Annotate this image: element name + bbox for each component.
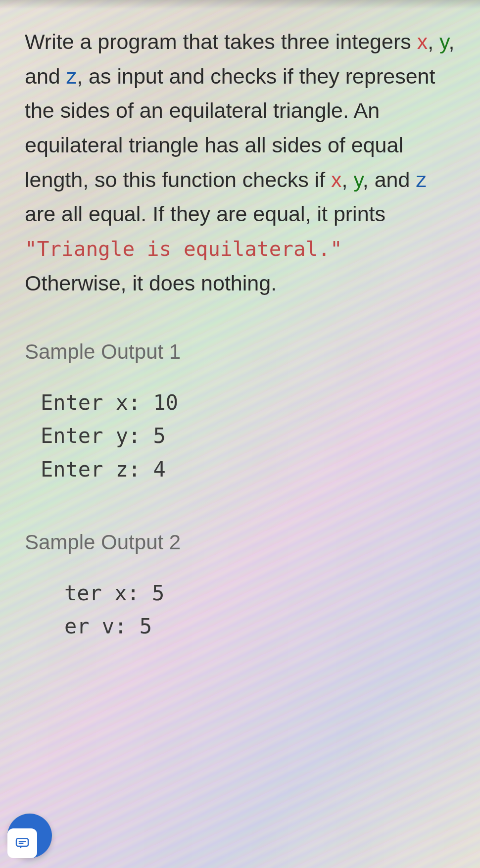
sample-line: Enter y: 5 (41, 419, 458, 452)
sample-line: Enter z: 4 (41, 453, 458, 486)
variable-x: x (417, 30, 428, 53)
question-text: Write a program that takes three integer… (25, 25, 458, 300)
variable-y: y (439, 30, 448, 53)
chat-icon (15, 837, 30, 849)
sample-output-2-heading: Sample Output 2 (25, 530, 458, 554)
variable-x: x (331, 168, 342, 192)
chat-fab-button[interactable] (7, 814, 52, 858)
question-part1: Write a program that takes three integer… (25, 30, 417, 53)
sample-line: ter x: 5 (64, 577, 458, 610)
comma: , (342, 168, 354, 192)
chat-icon-container (7, 828, 37, 858)
sample-output-2-block: ter x: 5 er v: 5 (64, 577, 458, 643)
variable-z: z (66, 64, 77, 88)
sample-line: er v: 5 (64, 610, 458, 643)
variable-z: z (416, 168, 427, 192)
code-string: "Triangle is equilateral." (25, 237, 342, 261)
question-part3: are all equal. If they are equal, it pri… (25, 202, 385, 226)
svg-rect-0 (16, 838, 28, 846)
sample-output-1-block: Enter x: 10 Enter y: 5 Enter z: 4 (41, 386, 458, 486)
variable-y: y (353, 168, 362, 192)
sample-line: Enter x: 10 (41, 386, 458, 419)
question-part4: Otherwise, it does nothing. (25, 271, 277, 295)
comma: , and (363, 168, 416, 192)
sample-output-1-heading: Sample Output 1 (25, 340, 458, 364)
comma: , (428, 30, 439, 53)
